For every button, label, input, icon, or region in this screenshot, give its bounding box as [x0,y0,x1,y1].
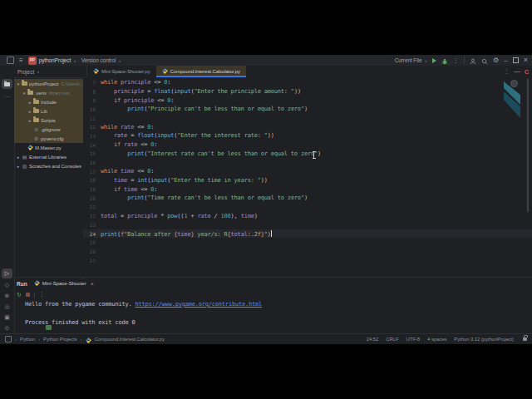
tree-item-label: pythonProject [29,81,58,86]
tree-item--venv[interactable]: ▾.venvlibrary root [14,88,83,97]
more-icon[interactable]: ⋯ [2,92,12,102]
code-line[interactable]: 22total = principle * pow((1 + rate / 10… [83,211,532,220]
console-link[interactable]: https://www.pygame.org/contribute.html [135,301,262,308]
more-vertical-icon[interactable]: ⋮ [504,68,510,75]
line-number[interactable]: 18 [83,177,99,183]
breadcrumb-item[interactable]: Python Projects [43,337,77,342]
python-packages-icon[interactable]: ⊛ [2,291,12,301]
line-number[interactable]: 16 [83,160,99,165]
code-line[interactable]: 11 [83,114,532,123]
code-line[interactable]: 23 [83,220,532,229]
close-button[interactable]: × [524,57,528,64]
tree-item-scripts[interactable]: ▸Scripts [14,116,83,125]
code-line[interactable]: 15 print("Interest rate can't be less th… [83,150,532,159]
line-number[interactable]: 8 [83,89,99,95]
line-number[interactable]: 24 [83,231,99,237]
tree-item-external-libraries[interactable]: ▸▤External Libraries [14,152,83,161]
line-number[interactable]: 23 [83,222,99,228]
line-number[interactable]: 11 [83,116,99,121]
project-folder-icon[interactable] [2,79,12,89]
breadcrumb-item[interactable]: Python [20,337,35,342]
line-number[interactable]: 20 [83,195,99,201]
run-panel-title[interactable]: Run [17,281,27,287]
code-line[interactable]: 18 time = int(input("Enter the time in y… [83,176,532,185]
code-line[interactable]: 12while rate <= 0: [83,122,532,131]
status-item[interactable]: 24:52 [367,337,379,342]
code-line[interactable]: 14 if rate <= 0: [83,140,532,150]
code-line[interactable]: 19 if time <= 0: [83,185,532,194]
status-item[interactable]: CRLF [386,337,398,342]
project-widget[interactable]: PP pythonProject ∨ [28,57,76,65]
python-icon [162,68,168,75]
line-number[interactable]: 19 [83,186,99,192]
line-number[interactable]: 10 [83,106,99,112]
code-line[interactable]: 10 print("Principle can't be less than o… [83,105,532,114]
maximize-button[interactable] [513,57,519,63]
status-nav-icon[interactable] [5,336,12,342]
line-number[interactable]: 7 [83,80,99,86]
run-config-widget[interactable]: Current File ∨ [395,57,427,63]
code-line[interactable]: 13 rate = float(input("Enter the interes… [83,131,532,140]
settings-icon[interactable]: ⚙ [493,57,499,64]
tree-item-lib[interactable]: ▸Lib [14,106,83,116]
tree-item--gitignore[interactable]: ⊘.gitignore [14,125,83,134]
status-item[interactable]: 4 spaces [427,337,446,342]
text-caret [271,230,272,237]
line-number[interactable]: 17 [83,169,99,175]
mouse-ibeam-cursor [313,152,314,158]
tree-item-pyvenv-cfg[interactable]: ⚙pyvenv.cfg [14,134,83,143]
lock-icon[interactable] [523,337,527,341]
debug-icon[interactable]: ◎ [2,302,12,312]
line-number[interactable]: 12 [83,124,99,130]
status-item[interactable]: Python 3.12 (pythonProject) [454,337,514,342]
main-menu-icon[interactable]: ≡ [19,57,23,64]
code-line[interactable]: 25 [83,238,532,247]
line-number[interactable]: 21 [83,204,99,209]
line-number[interactable]: 9 [83,97,99,103]
status-item[interactable]: UTF-8 [406,337,421,342]
editor-scrollbar[interactable] [527,79,529,212]
tree-item-include[interactable]: ▸Include [14,97,83,106]
hide-icon[interactable]: — [514,68,520,75]
code-line[interactable]: 24print(f"Balance after {time} year/s: R… [83,229,532,239]
more-vertical-icon[interactable]: ⋮ [39,291,45,298]
code-line[interactable]: 26 [83,247,532,256]
line-number[interactable]: 26 [83,249,99,254]
commit-icon[interactable]: ◇ [2,280,12,290]
line-number[interactable]: 25 [83,239,99,245]
line-number[interactable]: 13 [83,133,99,139]
tree-item-m-master-py[interactable]: M.Master.py [14,143,83,152]
tree-item-pythonproject[interactable]: ▾pythonProjectC:\Users\... [14,79,83,88]
code-line[interactable]: 21 [83,203,532,212]
code-line[interactable]: 8 principle = float(input("Enter the pri… [83,87,532,96]
code-line[interactable]: 27 [83,256,532,265]
editor-tab[interactable]: Compound.Interest.Calculator.py [156,66,246,77]
minimize-button[interactable]: – [504,57,507,64]
run-icon[interactable]: ▷ [2,268,12,278]
stop-icon[interactable] [26,293,30,297]
line-number[interactable]: 15 [83,150,99,156]
code-editor[interactable]: 7while principle <= 0:8 principle = floa… [83,77,532,277]
code-line[interactable]: 20 print("Time rate can't be less than o… [83,194,532,203]
run-button[interactable] [432,58,436,63]
editor-tab-label: Compound.Interest.Calculator.py [170,69,240,74]
letter-c-icon[interactable]: C [525,69,529,75]
rerun-icon[interactable]: ↻ [17,292,22,298]
line-number[interactable]: 22 [83,213,99,219]
code-line[interactable]: 17while time <= 0: [83,167,532,176]
more-actions-icon[interactable]: ⋮ [453,57,459,64]
app-window-icon[interactable] [7,57,14,64]
tree-item-scratches-and-consoles[interactable]: ▸▥Scratches and Consoles [14,161,83,170]
breadcrumb-item[interactable]: Compound.Interest.Calculator.py [95,337,165,342]
terminal-icon[interactable]: ▣ [2,313,12,323]
project-panel-header[interactable]: Project ∨ [14,66,87,77]
line-number[interactable]: 27 [83,258,99,264]
run-console-tab[interactable]: Mini-Space-Shooter × [34,280,94,287]
line-number[interactable]: 14 [83,142,99,148]
code-line[interactable]: 7while principle <= 0: [83,78,532,87]
code-line[interactable]: 9 if principle <= 0: [83,96,532,105]
editor-tab[interactable]: Mini-Space-Shooter.py [87,66,156,77]
version-control-widget[interactable]: Version control ∨ [81,57,121,63]
code-line[interactable]: 16 [83,158,532,167]
close-icon[interactable]: × [91,281,94,287]
